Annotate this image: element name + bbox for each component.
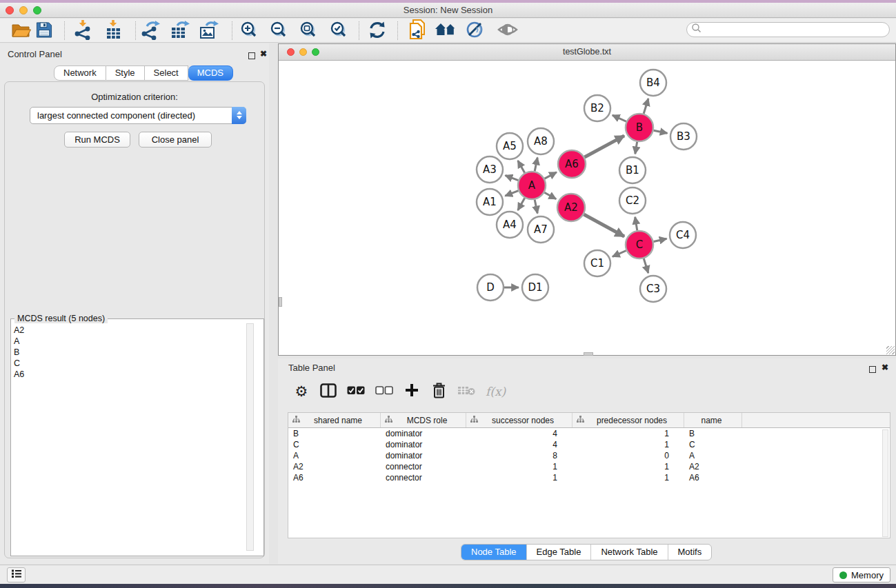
node-B4[interactable]: B4 (640, 70, 666, 96)
node-D[interactable]: D (477, 274, 504, 301)
edge-A6-B[interactable] (584, 136, 624, 157)
close-panel-icon[interactable]: ✖ (260, 50, 267, 57)
edge-A2-C[interactable] (584, 214, 624, 236)
table-row[interactable]: Adominator80A (288, 450, 890, 461)
edge-B-B4[interactable] (644, 99, 648, 114)
edge-B-B3[interactable] (654, 130, 668, 133)
show-graphics-details-button[interactable] (497, 21, 519, 41)
search-box[interactable] (686, 22, 890, 37)
edge-A-A2[interactable] (544, 192, 556, 199)
node-A2[interactable]: A2 (557, 194, 585, 221)
network-close-button[interactable] (287, 48, 295, 56)
network-minimize-button[interactable] (299, 48, 307, 56)
run-mcds-button[interactable]: Run MCDS (64, 132, 130, 148)
node-C2[interactable]: C2 (619, 187, 646, 214)
edge-C-C2[interactable] (635, 217, 637, 231)
memory-button[interactable]: Memory (833, 567, 890, 582)
table-row[interactable]: A6connector11A6 (288, 472, 890, 483)
hide-graphics-button[interactable] (465, 21, 486, 41)
node-C3[interactable]: C3 (640, 276, 666, 302)
zoom-in-button[interactable] (239, 21, 258, 41)
edge-C-C1[interactable] (613, 250, 626, 256)
zoom-fit-button[interactable] (299, 21, 317, 41)
node-A3[interactable]: A3 (477, 156, 503, 183)
export-network-button[interactable] (140, 21, 161, 41)
criterion-dropdown[interactable]: largest connected component (directed) (30, 107, 246, 124)
tab-select[interactable]: Select (145, 65, 188, 81)
tab-node-table[interactable]: Node Table (461, 545, 526, 560)
tab-network[interactable]: Network (54, 65, 106, 81)
node-A[interactable]: A (518, 172, 546, 199)
zoom-out-button[interactable] (269, 21, 288, 41)
mcds-result-item[interactable]: A2 (14, 325, 24, 336)
column-header-successor-nodes[interactable]: successor nodes (466, 413, 573, 427)
export-table-button[interactable] (169, 21, 190, 41)
column-header-shared-name[interactable]: shared name (288, 413, 381, 427)
select-all-rows-button[interactable] (347, 383, 365, 401)
edge-A-A8[interactable] (535, 158, 537, 172)
first-neighbors-button[interactable] (435, 21, 458, 41)
tab-edge-table[interactable]: Edge Table (526, 545, 591, 560)
table-row[interactable]: Bdominator41B (288, 428, 890, 439)
close-window-button[interactable] (6, 6, 14, 14)
node-A6[interactable]: A6 (558, 150, 586, 178)
edge-A-A6[interactable] (545, 172, 557, 179)
node-A4[interactable]: A4 (497, 212, 523, 238)
float-table-panel-icon[interactable] (869, 363, 876, 376)
edge-B-B1[interactable] (635, 142, 637, 154)
node-B1[interactable]: B1 (619, 157, 646, 183)
network-left-handle[interactable] (279, 297, 282, 307)
tab-mcds[interactable]: MCDS (188, 65, 233, 81)
table-scrollbar[interactable] (882, 429, 888, 537)
zoom-selected-button[interactable] (329, 21, 348, 41)
minimize-window-button[interactable] (19, 6, 28, 14)
column-header-MCDS-role[interactable]: MCDS role (381, 413, 466, 427)
column-visibility-button[interactable] (320, 383, 337, 401)
mcds-result-item[interactable]: A6 (14, 369, 24, 380)
edge-A-A3[interactable] (505, 175, 518, 180)
tab-network-table[interactable]: Network Table (590, 545, 667, 560)
mcds-result-item[interactable]: C (14, 358, 24, 369)
node-B2[interactable]: B2 (584, 95, 610, 121)
close-table-panel-icon[interactable]: ✖ (882, 364, 888, 371)
network-graph-canvas[interactable]: AA1A2A3A4A5A6A7A8BB1B2B3B4CC1C2C3C4DD1 (279, 61, 895, 355)
network-bottom-handle[interactable] (584, 352, 593, 356)
export-image-button[interactable] (198, 21, 219, 41)
node-A7[interactable]: A7 (528, 216, 554, 243)
node-B[interactable]: B (626, 114, 653, 141)
edge-C-C4[interactable] (653, 239, 666, 241)
network-zoom-button[interactable] (312, 48, 319, 56)
node-A5[interactable]: A5 (497, 133, 523, 159)
tab-style[interactable]: Style (106, 65, 145, 81)
node-B3[interactable]: B3 (670, 123, 697, 150)
table-row[interactable]: A2connector11A2 (288, 461, 890, 472)
create-column-button[interactable] (404, 383, 420, 401)
deselect-all-rows-button[interactable] (375, 383, 393, 401)
edge-C-C3[interactable] (644, 258, 648, 273)
node-C1[interactable]: C1 (584, 250, 610, 276)
node-D1[interactable]: D1 (522, 274, 548, 301)
node-C4[interactable]: C4 (670, 222, 696, 248)
edge-A-A7[interactable] (535, 200, 537, 214)
tab-motifs[interactable]: Motifs (668, 545, 712, 560)
node-A8[interactable]: A8 (528, 128, 554, 154)
edge-B-B2[interactable] (613, 115, 626, 121)
node-C[interactable]: C (626, 231, 653, 258)
zoom-window-button[interactable] (33, 6, 41, 14)
new-network-from-selection-button[interactable] (407, 21, 428, 41)
network-resize-grip[interactable] (886, 346, 895, 354)
edge-A-A1[interactable] (505, 191, 518, 196)
delete-column-button[interactable] (430, 383, 447, 401)
column-header-predecessor-nodes[interactable]: predecessor nodes (573, 413, 684, 427)
search-input[interactable] (702, 23, 889, 36)
refresh-view-button[interactable] (368, 21, 387, 41)
column-header-name[interactable]: name (684, 413, 742, 427)
edge-A-A4[interactable] (518, 198, 525, 210)
mcds-result-item[interactable]: A (14, 336, 24, 347)
save-session-button[interactable] (35, 21, 53, 41)
task-history-button[interactable] (7, 567, 26, 582)
table-row[interactable]: Cdominator41C (288, 439, 890, 450)
import-network-button[interactable] (73, 21, 92, 41)
result-scrollbar[interactable] (246, 323, 254, 551)
mcds-result-item[interactable]: B (14, 347, 24, 358)
